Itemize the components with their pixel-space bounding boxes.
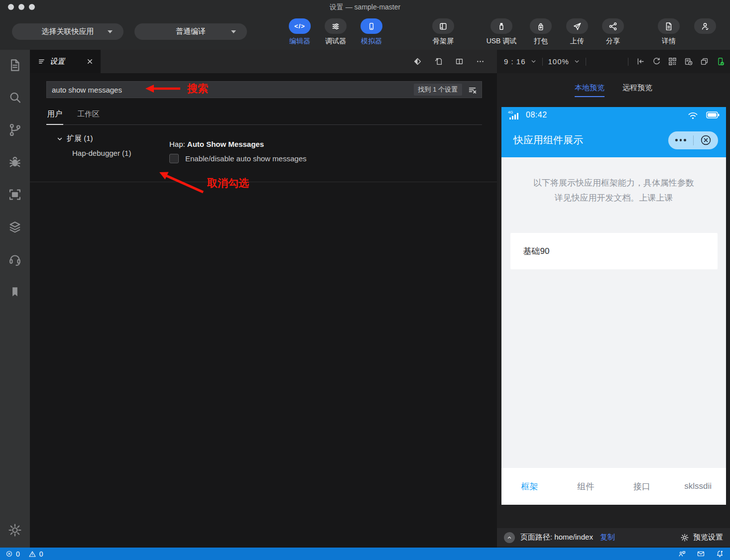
tab-remote-preview[interactable]: 远程预览 <box>622 83 652 97</box>
auto-show-messages-checkbox[interactable] <box>169 154 179 163</box>
problems-indicator[interactable]: 0 0 <box>5 550 43 558</box>
bookmarks-button[interactable] <box>8 282 21 302</box>
preview-footer: 页面路径: home/index 复制 预览设置 <box>497 528 730 547</box>
bug-icon <box>7 155 22 170</box>
simulator-button[interactable]: 模拟器 <box>356 18 387 46</box>
app-capsule-menu <box>668 131 718 149</box>
usb-debug-button[interactable]: USB 调试 <box>482 18 521 46</box>
phone-clock: 08:42 <box>526 111 547 119</box>
share-button[interactable]: 分享 <box>597 18 629 46</box>
package-icon <box>536 21 546 31</box>
settings-search-input[interactable] <box>52 86 414 94</box>
feedback-icon[interactable] <box>678 550 686 558</box>
aspect-ratio-value[interactable]: 9 : 16 <box>504 57 526 66</box>
preview-frame-button[interactable] <box>7 185 22 205</box>
settings-search-box[interactable]: 找到 1 个设置 <box>46 81 482 98</box>
phone-preview: 4G 08:42 快应用组件展示 以下将展示快应用框架能力，具体属性参数 <box>501 107 726 505</box>
sliders-icon <box>331 21 341 31</box>
notification-bell-icon[interactable] <box>716 550 724 558</box>
skeleton-screen-button[interactable]: 骨架屏 <box>427 18 459 46</box>
chevron-down-icon[interactable] <box>530 58 537 65</box>
phone-app-titlebar: 快应用组件展示 <box>501 123 726 157</box>
phone-icon <box>366 21 376 31</box>
qr-code-icon[interactable] <box>668 57 677 66</box>
tree-item-hap-debugger[interactable]: Hap-debugger (1) <box>46 149 169 157</box>
list-item-card[interactable]: 基础90 <box>510 233 718 269</box>
zoom-level-value[interactable]: 100% <box>548 57 569 66</box>
tab-local-preview[interactable]: 本地预览 <box>575 83 605 97</box>
refresh-icon[interactable] <box>652 57 661 66</box>
settings-content: 扩展 (1) Hap-debugger (1) Hap: Auto Show M… <box>46 125 482 163</box>
back-icon[interactable] <box>636 57 645 66</box>
divider <box>30 182 497 182</box>
scope-tab-workspace[interactable]: 工作区 <box>76 105 101 124</box>
settings-scope-tabs: 用户 工作区 <box>46 105 482 125</box>
history-log-icon[interactable] <box>684 57 693 66</box>
gear-icon <box>680 533 689 542</box>
quickapp-select-dropdown[interactable]: 选择关联快应用 <box>12 23 123 40</box>
editor-button[interactable]: </> 编辑器 <box>284 18 316 46</box>
page-path-label: 页面路径: home/index <box>520 533 593 542</box>
nav-item-framework[interactable]: 框架 <box>501 481 558 492</box>
search-button[interactable] <box>7 88 22 108</box>
source-control-button[interactable] <box>7 120 22 140</box>
support-button[interactable] <box>7 249 22 269</box>
red-arrow-up-left-icon <box>158 170 206 195</box>
close-icon[interactable] <box>86 58 94 65</box>
skeleton-layout-icon <box>438 21 448 31</box>
nav-item-custom[interactable]: sklssdii <box>670 481 726 491</box>
setting-description: Enable/disable auto show messages <box>185 154 307 163</box>
tab-settings[interactable]: 设置 <box>30 50 101 73</box>
scope-tab-user[interactable]: 用户 <box>46 105 63 125</box>
settings-gear-button[interactable] <box>7 520 22 540</box>
explorer-button[interactable] <box>7 55 22 75</box>
warning-icon <box>28 550 36 558</box>
error-icon <box>5 550 13 558</box>
annotation-uncheck: 取消勾选 <box>158 170 273 195</box>
exit-app-button[interactable] <box>693 134 718 146</box>
layers-button[interactable] <box>7 217 22 237</box>
settings-pane: 找到 1 个设置 搜索 用户 工作区 扩展 (1) Hap-debugger (… <box>30 73 497 548</box>
settings-tree: 扩展 (1) Hap-debugger (1) <box>46 134 169 163</box>
debugger-button[interactable]: 调试器 <box>320 18 352 46</box>
copy-path-link[interactable]: 复制 <box>600 533 615 542</box>
build-mode-dropdown[interactable]: 普通编译 <box>134 23 247 40</box>
nav-item-interfaces[interactable]: 接口 <box>614 481 670 492</box>
frame-icon <box>7 187 22 202</box>
collapse-button[interactable] <box>504 532 515 543</box>
tree-group-extensions[interactable]: 扩展 (1) <box>46 134 169 143</box>
details-button[interactable]: 详情 <box>653 18 685 46</box>
preview-settings-button[interactable]: 预览设置 <box>680 533 723 542</box>
menu-button[interactable] <box>668 139 693 141</box>
device-connected-icon[interactable] <box>716 57 725 66</box>
mail-icon[interactable] <box>697 550 705 558</box>
search-icon <box>7 90 22 105</box>
error-count: 0 <box>16 550 20 558</box>
upload-button[interactable]: 上传 <box>561 18 593 46</box>
split-editor-icon[interactable] <box>455 57 464 66</box>
open-file-icon[interactable] <box>434 57 443 66</box>
diamond-icon[interactable] <box>413 57 422 66</box>
package-button[interactable]: 打包 <box>525 18 557 46</box>
git-branch-icon <box>7 122 22 137</box>
close-circle-icon <box>700 134 712 146</box>
intro-text: 以下将展示快应用框架能力，具体属性参数 详见快应用开发文档。上课上课 <box>533 176 694 206</box>
gear-icon <box>7 523 22 538</box>
build-mode-label: 普通编译 <box>176 27 206 36</box>
editor-tab-bar: 设置 <box>30 50 497 73</box>
main-toolbar: 选择关联快应用 普通编译 </> 编辑器 调试器 模拟器 骨架屏 USB 调试 … <box>0 14 730 50</box>
chevron-down-icon <box>108 30 113 33</box>
divider <box>542 58 543 66</box>
setting-entry: Hap: Auto Show Messages Enable/disable a… <box>169 134 307 163</box>
clear-filter-icon[interactable] <box>468 86 477 94</box>
chevron-down-icon[interactable] <box>574 58 580 65</box>
usb-icon <box>496 21 506 31</box>
copy-screen-icon[interactable] <box>700 57 709 66</box>
nav-item-components[interactable]: 组件 <box>558 481 614 492</box>
battery-icon <box>706 112 720 118</box>
preview-panel-header: 9 : 16 100% <box>497 50 730 73</box>
svg-text:4G: 4G <box>508 110 513 114</box>
debug-button[interactable] <box>7 152 22 172</box>
more-actions-icon[interactable] <box>476 57 485 66</box>
account-button[interactable] <box>689 18 721 34</box>
